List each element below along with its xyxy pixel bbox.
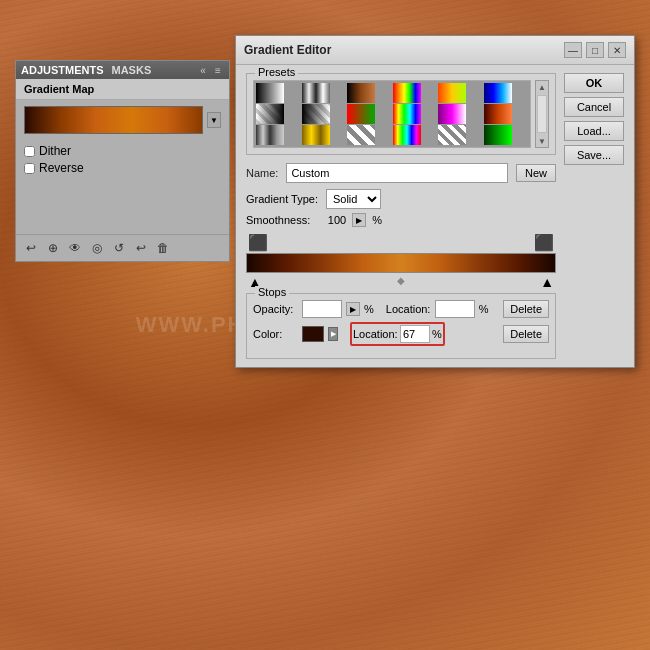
color-stop-active[interactable]: ▲ [540, 275, 554, 289]
preset-swatch-10[interactable] [393, 104, 421, 124]
preset-swatch-11[interactable] [438, 104, 466, 124]
dither-checkbox[interactable] [24, 146, 35, 157]
dialog-title: Gradient Editor [244, 43, 331, 57]
panel-section-header: Gradient Map [16, 79, 229, 100]
presets-grid [254, 81, 530, 147]
preset-swatch-3[interactable] [347, 83, 375, 103]
preset-swatch-17[interactable] [438, 125, 466, 145]
preset-swatch-8[interactable] [302, 104, 330, 124]
opacity-stepper[interactable]: ▶ [346, 302, 360, 316]
color-swatch[interactable] [302, 326, 324, 342]
preset-swatch-14[interactable] [302, 125, 330, 145]
gradient-type-row: Gradient Type: Solid Noise [246, 189, 556, 209]
stops-legend: Stops [255, 286, 289, 298]
color-stops-bottom: ▲ ◆ ▲ [246, 275, 556, 289]
preset-swatch-6[interactable] [484, 83, 512, 103]
dialog-body: Presets [236, 65, 634, 367]
preset-swatch-7[interactable] [256, 104, 284, 124]
panel-footer: ↩ ⊕ 👁 ◎ ↺ ↩ 🗑 [16, 234, 229, 261]
footer-icon-3[interactable]: 👁 [66, 239, 84, 257]
footer-icons: ↩ ⊕ 👁 ◎ ↺ ↩ 🗑 [22, 239, 172, 257]
scroll-up-arrow[interactable]: ▲ [536, 81, 548, 93]
load-button[interactable]: Load... [564, 121, 624, 141]
smoothness-stepper[interactable]: ▶ [352, 213, 366, 227]
opacity-location-label: Location: [386, 303, 431, 315]
footer-icon-delete[interactable]: 🗑 [154, 239, 172, 257]
preset-swatch-13[interactable] [256, 125, 284, 145]
cancel-button[interactable]: Cancel [564, 97, 624, 117]
preset-swatch-16[interactable] [393, 125, 421, 145]
smoothness-value: 100 [316, 214, 346, 226]
opacity-location-input[interactable] [435, 300, 475, 318]
adjustments-panel: ADJUSTMENTS MASKS « ≡ Gradient Map ▼ Dit… [15, 60, 230, 262]
smoothness-label: Smoothness: [246, 214, 310, 226]
color-location-input[interactable] [400, 325, 430, 343]
presets-area: ▲ ▼ [253, 80, 549, 148]
presets-scrollbar: ▲ ▼ [535, 80, 549, 148]
color-location-label: Location: [353, 328, 398, 340]
dither-label: Dither [39, 144, 71, 158]
tab-adjustments[interactable]: ADJUSTMENTS [21, 64, 104, 76]
footer-icon-5[interactable]: ↺ [110, 239, 128, 257]
presets-grid-container [253, 80, 531, 148]
preset-swatch-12[interactable] [484, 104, 512, 124]
dialog-titlebar: Gradient Editor — □ ✕ [236, 36, 634, 65]
footer-icon-1[interactable]: ↩ [22, 239, 40, 257]
smoothness-percent: % [372, 214, 382, 226]
gradient-preview[interactable] [24, 106, 203, 134]
gradient-preview-container: ▼ [16, 100, 229, 140]
panel-options: Dither Reverse [16, 140, 229, 184]
footer-icon-2[interactable]: ⊕ [44, 239, 62, 257]
dialog-window-controls: — □ ✕ [564, 42, 626, 58]
tab-masks[interactable]: MASKS [112, 64, 152, 76]
gradient-bar-area: ⬛ ⬛ ▲ ◆ ▲ [246, 235, 556, 289]
opacity-stop-right[interactable]: ⬛ [534, 235, 554, 251]
panel-controls: « ≡ [197, 65, 224, 76]
color-stop-row: Color: ▶ Location: % Delete [253, 322, 549, 346]
new-button[interactable]: New [516, 164, 556, 182]
color-field-label: Color: [253, 328, 298, 340]
gradient-type-label: Gradient Type: [246, 193, 318, 205]
close-button[interactable]: ✕ [608, 42, 626, 58]
save-button[interactable]: Save... [564, 145, 624, 165]
panel-menu-btn[interactable]: ≡ [212, 65, 224, 76]
opacity-location-pct: % [479, 303, 489, 315]
color-swatch-arrow[interactable]: ▶ [328, 327, 338, 341]
opacity-value-input[interactable] [302, 300, 342, 318]
smoothness-row: Smoothness: 100 ▶ % [246, 213, 556, 227]
footer-icon-6[interactable]: ↩ [132, 239, 150, 257]
preset-swatch-9[interactable] [347, 104, 375, 124]
opacity-field-label: Opacity: [253, 303, 298, 315]
scroll-track[interactable] [537, 95, 547, 133]
panel-collapse-btn[interactable]: « [197, 65, 209, 76]
preset-swatch-1[interactable] [256, 83, 284, 103]
preset-swatch-15[interactable] [347, 125, 375, 145]
midpoint-diamond[interactable]: ◆ [397, 275, 405, 286]
gradient-type-select[interactable]: Solid Noise [326, 189, 381, 209]
opacity-delete-button[interactable]: Delete [503, 300, 549, 318]
opacity-stop-left[interactable]: ⬛ [248, 235, 268, 251]
gradient-dropdown-arrow[interactable]: ▼ [207, 112, 221, 128]
preset-swatch-4[interactable] [393, 83, 421, 103]
footer-icon-4[interactable]: ◎ [88, 239, 106, 257]
ok-button[interactable]: OK [564, 73, 624, 93]
preset-swatch-2[interactable] [302, 83, 330, 103]
color-delete-button[interactable]: Delete [503, 325, 549, 343]
name-row: Name: New [246, 163, 556, 183]
dialog-left-panel: Presets [246, 73, 556, 359]
presets-legend: Presets [255, 66, 298, 78]
opacity-pct: % [364, 303, 374, 315]
minimize-button[interactable]: — [564, 42, 582, 58]
gradient-bar[interactable] [246, 253, 556, 273]
reverse-label: Reverse [39, 161, 84, 175]
preset-swatch-18[interactable] [484, 125, 512, 145]
preset-swatch-5[interactable] [438, 83, 466, 103]
dither-row: Dither [24, 144, 221, 158]
scroll-down-arrow[interactable]: ▼ [536, 135, 548, 147]
maximize-button[interactable]: □ [586, 42, 604, 58]
panel-titlebar: ADJUSTMENTS MASKS « ≡ [16, 61, 229, 79]
reverse-checkbox[interactable] [24, 163, 35, 174]
presets-group: Presets [246, 73, 556, 155]
name-input[interactable] [286, 163, 508, 183]
gradient-preview-wrapper: ▼ [24, 106, 221, 134]
